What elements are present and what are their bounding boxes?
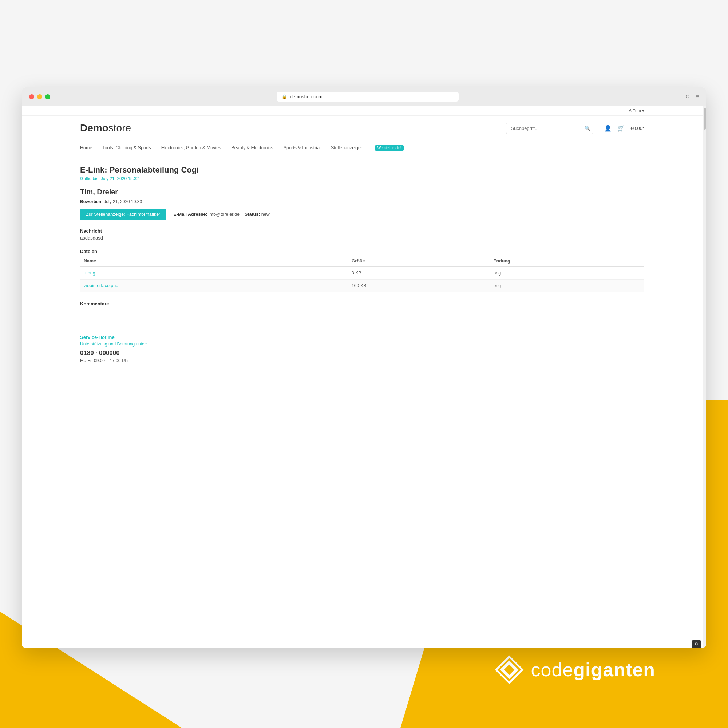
nav-item-home[interactable]: Home (80, 141, 92, 155)
footer-phone: 0180 · 000000 (80, 349, 644, 357)
site-nav: Home Tools, Clothing & Sports Electronic… (22, 141, 702, 155)
nav-item-electronics[interactable]: Electronics, Garden & Movies (161, 141, 221, 155)
scrollbar[interactable] (702, 106, 706, 648)
traffic-lights (29, 94, 50, 99)
codegiganten-logo: codegiganten (495, 655, 655, 684)
file-link[interactable]: +.png (84, 271, 95, 275)
codegiganten-text: codegiganten (531, 659, 655, 681)
files-table: Name Größe Endung +.png 3 KB png webinte… (80, 255, 644, 292)
dateien-label: Dateien (80, 249, 644, 254)
refresh-icon[interactable]: ↻ (685, 93, 690, 100)
main-content: E-Link: Personalabteilung Cogi Gültig bi… (22, 155, 702, 317)
powered-by-icon: ⚙ (691, 640, 701, 648)
top-bar: € Euro ▾ (22, 106, 702, 116)
address-text: demoshop.com (290, 94, 323, 99)
validity-date: Gültig bis: July 21, 2020 15:32 (80, 176, 644, 181)
address-bar[interactable]: 🔒 demoshop.com (277, 92, 459, 102)
lock-icon: 🔒 (282, 94, 287, 99)
traffic-light-green[interactable] (45, 94, 50, 99)
nachricht-label: Nachricht (80, 228, 644, 234)
user-icon[interactable]: 👤 (604, 125, 612, 132)
site-footer: Service-Hotline Unterstützung und Beratu… (22, 324, 702, 373)
nav-item-beauty[interactable]: Beauty & Electronics (231, 141, 273, 155)
footer-hours: Mo-Fr, 09:00 – 17:00 Uhr (80, 358, 644, 363)
file-size-cell: 3 KB (348, 267, 490, 280)
nachricht-value: asdasdasd (80, 235, 644, 241)
applied-date: Beworben: July 21, 2020 10:33 (80, 199, 644, 204)
browser-window: 🔒 demoshop.com ↻ ≡ € Euro ▾ Demostore � (22, 87, 706, 648)
site-header: Demostore 🔍 👤 🛒 €0.00* (22, 116, 702, 141)
file-ext-cell: png (489, 267, 644, 280)
search-icon[interactable]: 🔍 (584, 125, 590, 131)
traffic-light-yellow[interactable] (37, 94, 42, 99)
page-content-area: € Euro ▾ Demostore 🔍 👤 🛒 €0.00* (22, 106, 702, 648)
logo-diamond-icon (495, 655, 524, 684)
hotline-title: Service-Hotline (80, 335, 644, 340)
col-name: Name (80, 255, 348, 267)
file-name-cell: webinterface.png (80, 280, 348, 292)
cart-amount[interactable]: €0.00* (630, 125, 644, 131)
currency-selector[interactable]: € Euro ▾ (629, 109, 644, 113)
browser-address-bar: 🔒 demoshop.com (56, 92, 680, 102)
table-row: +.png 3 KB png (80, 267, 644, 280)
nav-item-sports[interactable]: Sports & Industrial (284, 141, 321, 155)
kommentare-label: Kommentare (80, 301, 644, 306)
cart-icon[interactable]: 🛒 (617, 125, 625, 132)
file-link[interactable]: webinterface.png (84, 283, 118, 288)
hotline-sub: Unterstützung und Beratung unter: (80, 341, 644, 347)
email-info: E-Mail Adresse: info@tdreier.de Status: … (173, 212, 269, 217)
site-logo: Demostore (80, 122, 131, 134)
menu-icon[interactable]: ≡ (696, 93, 699, 100)
file-size-cell: 160 KB (348, 280, 490, 292)
action-row: Zur Stellenanzeige: Fachinformatiker E-M… (80, 209, 644, 220)
nav-badge-hiring: Wir stellen ein! (375, 145, 404, 151)
search-input[interactable] (506, 123, 593, 134)
applicant-name: Tim, Dreier (80, 188, 644, 196)
traffic-light-red[interactable] (29, 94, 34, 99)
job-listing-button[interactable]: Zur Stellenanzeige: Fachinformatiker (80, 209, 166, 220)
page-title: E-Link: Personalabteilung Cogi (80, 165, 644, 175)
file-name-cell: +.png (80, 267, 348, 280)
browser-content: € Euro ▾ Demostore 🔍 👤 🛒 €0.00* (22, 106, 706, 648)
file-ext-cell: png (489, 280, 644, 292)
header-actions: 👤 🛒 €0.00* (604, 125, 644, 132)
col-ext: Endung (489, 255, 644, 267)
files-section: Dateien Name Größe Endung +.png (80, 249, 644, 292)
table-row: webinterface.png 160 KB png (80, 280, 644, 292)
browser-chrome: 🔒 demoshop.com ↻ ≡ (22, 87, 706, 106)
search-bar: 🔍 (506, 123, 593, 134)
browser-controls: ↻ ≡ (685, 93, 699, 100)
nav-item-tools[interactable]: Tools, Clothing & Sports (102, 141, 151, 155)
scrollbar-thumb[interactable] (704, 108, 706, 130)
nav-item-stellenanzeigen[interactable]: Stellenanzeigen (331, 141, 363, 155)
col-size: Größe (348, 255, 490, 267)
